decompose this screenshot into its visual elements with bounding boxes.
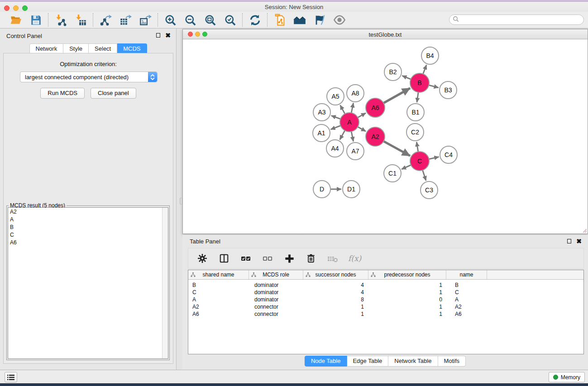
table-row-a[interactable]: Adominator80A: [188, 296, 583, 303]
node-A5[interactable]: [327, 88, 344, 105]
network-canvas[interactable]: B4B2BB3A5A8A6B1A3AC2A1A2A4A7C4CC1C3DD1: [183, 40, 588, 234]
close-panel-icon[interactable]: ✖: [165, 33, 171, 38]
edge-B-B4[interactable]: [423, 65, 427, 74]
close-panel-button[interactable]: Close panel: [91, 88, 136, 99]
tab-motifs[interactable]: Motifs: [438, 356, 466, 367]
settings-icon[interactable]: [196, 252, 209, 265]
optimization-criterion-select[interactable]: largest connected component (directed): [20, 71, 158, 82]
edge-B-B3[interactable]: [429, 85, 438, 87]
export-image-icon[interactable]: [139, 14, 152, 26]
tab-network-table[interactable]: Network Table: [388, 356, 438, 367]
column-header-name[interactable]: name: [446, 270, 487, 279]
delete-table-icon[interactable]: [326, 252, 339, 265]
edge-A-A8[interactable]: [351, 103, 353, 113]
node-C4[interactable]: [440, 146, 457, 163]
open-session-icon[interactable]: [10, 14, 22, 26]
node-B3[interactable]: [440, 81, 457, 99]
node-A8[interactable]: [347, 85, 364, 102]
node-C3[interactable]: [421, 181, 438, 199]
node-C1[interactable]: [384, 165, 401, 182]
result-item-a2[interactable]: A2: [8, 208, 168, 215]
node-A7[interactable]: [347, 143, 364, 160]
node-A2[interactable]: [366, 127, 385, 146]
export-network-icon[interactable]: [99, 14, 112, 26]
edge-A-A1[interactable]: [331, 126, 341, 129]
node-A1[interactable]: [313, 124, 330, 142]
close-table-panel-icon[interactable]: ✖: [576, 239, 582, 243]
result-item-a6[interactable]: A6: [8, 238, 168, 246]
import-table-icon[interactable]: [74, 14, 87, 26]
first-neighbors-icon[interactable]: [293, 14, 306, 26]
edge-C-C4[interactable]: [429, 157, 439, 159]
run-mcds-button[interactable]: Run MCDS: [40, 88, 85, 99]
refresh-icon[interactable]: [249, 14, 261, 26]
window-resize-handle[interactable]: [581, 227, 587, 233]
zoom-fit-icon[interactable]: [204, 14, 216, 26]
select-all-icon[interactable]: [239, 252, 252, 265]
edge-B-B1[interactable]: [417, 92, 418, 102]
deselect-all-icon[interactable]: [261, 252, 274, 265]
node-B1[interactable]: [407, 104, 424, 121]
edge-A2-C[interactable]: [383, 141, 410, 156]
node-B4[interactable]: [421, 47, 439, 64]
edge-A6-B[interactable]: [383, 88, 410, 103]
cell-a6-0: A6: [188, 311, 249, 317]
add-column-icon[interactable]: [283, 252, 296, 265]
edge-A-A2[interactable]: [358, 127, 366, 131]
node-B[interactable]: [410, 73, 429, 92]
column-header-successor-nodes[interactable]: successor nodes: [303, 270, 368, 279]
search-input[interactable]: [459, 16, 583, 23]
table-row-b[interactable]: Bdominator41B: [188, 281, 583, 289]
zoom-out-icon[interactable]: [184, 14, 196, 26]
horizontal-splitter-handle[interactable]: [180, 198, 182, 205]
edge-A-A4[interactable]: [340, 130, 345, 139]
table-row-a6[interactable]: A6connector11A6: [188, 310, 583, 318]
task-history-button[interactable]: [5, 372, 17, 382]
save-session-icon[interactable]: [29, 14, 42, 26]
node-D[interactable]: [313, 181, 330, 198]
import-network-icon[interactable]: [54, 14, 67, 26]
table-row-a2[interactable]: A2connector11A2: [188, 303, 583, 310]
node-A4[interactable]: [326, 140, 344, 157]
network-graph[interactable]: B4B2BB3A5A8A6B1A3AC2A1A2A4A7C4CC1C3DD1: [183, 40, 588, 234]
show-graphics-details-icon[interactable]: [333, 14, 346, 26]
tab-edge-table[interactable]: Edge Table: [347, 356, 388, 367]
table-row-c[interactable]: Cdominator41C: [188, 289, 583, 296]
tab-node-table[interactable]: Node Table: [305, 356, 347, 367]
node-A6[interactable]: [366, 98, 385, 117]
new-network-from-selection-icon[interactable]: [273, 14, 286, 26]
float-table-panel-icon[interactable]: [567, 239, 571, 243]
column-header-MCDS-role[interactable]: MCDS role: [249, 270, 303, 279]
hide-graphics-details-icon[interactable]: [313, 14, 326, 26]
node-A3[interactable]: [313, 104, 330, 121]
columns-icon[interactable]: [218, 252, 230, 265]
column-header-predecessor-nodes[interactable]: predecessor nodes: [368, 270, 446, 279]
node-C[interactable]: [410, 152, 429, 171]
memory-button[interactable]: Memory: [549, 372, 585, 382]
node-B2[interactable]: [384, 63, 402, 81]
column-header-shared-name[interactable]: shared name: [188, 270, 249, 279]
zoom-selected-icon[interactable]: [224, 14, 236, 26]
function-builder-icon[interactable]: f(x): [348, 254, 361, 263]
edge-C-C3[interactable]: [423, 170, 426, 181]
result-item-b[interactable]: B: [8, 223, 168, 231]
edge-B-B2[interactable]: [402, 76, 411, 79]
node-C2[interactable]: [406, 124, 424, 141]
result-item-c[interactable]: C: [8, 231, 168, 238]
node-A[interactable]: [340, 113, 359, 132]
result-list-scrollbar[interactable]: [162, 208, 168, 358]
network-window-titlebar[interactable]: testGlobe.txt: [183, 29, 588, 39]
delete-column-icon[interactable]: [305, 252, 317, 265]
edge-A-A5[interactable]: [340, 105, 345, 114]
result-item-a[interactable]: A: [8, 215, 168, 223]
edge-C-C1[interactable]: [402, 165, 411, 169]
node-D1[interactable]: [343, 181, 360, 198]
edge-A-A6[interactable]: [358, 113, 366, 118]
edge-A-A3[interactable]: [331, 115, 341, 119]
float-panel-icon[interactable]: [156, 33, 160, 38]
edge-C-C2[interactable]: [416, 142, 418, 152]
export-table-icon[interactable]: [119, 14, 132, 26]
search-field[interactable]: [449, 14, 584, 25]
edge-A-A7[interactable]: [351, 132, 353, 142]
zoom-in-icon[interactable]: [164, 14, 177, 26]
